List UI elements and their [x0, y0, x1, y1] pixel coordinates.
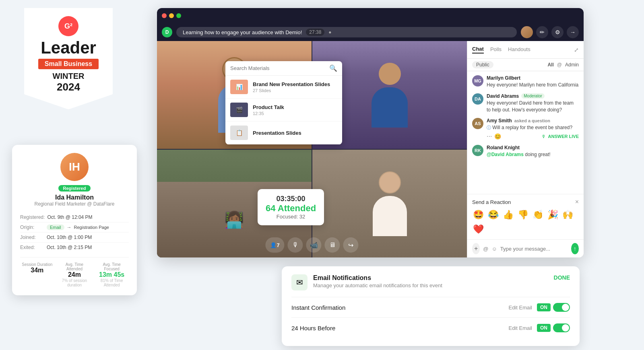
- toggle-24h: ON: [537, 323, 570, 332]
- reaction-header: Send a Reaction ×: [472, 198, 579, 206]
- chat-tabs: Chat Polls Handouts ⤢: [467, 41, 584, 59]
- stats-focused: Focused: 32: [266, 214, 316, 220]
- email-text: Email Notifications Manage your automati…: [313, 274, 442, 288]
- emoji-btn-3[interactable]: 👍: [502, 209, 514, 221]
- origin-email-tag: Email: [47, 224, 64, 230]
- material-name-2: Product Talk: [253, 104, 337, 110]
- toggle-knob-instant: [562, 304, 569, 311]
- chat-msg-text-3: ⓘ Will a replay for the event be shared?: [487, 124, 579, 131]
- emoji-btn-7[interactable]: 🙌: [561, 209, 574, 221]
- screen-share-button[interactable]: 🖥: [325, 237, 340, 253]
- profile-label-origin: Origin:: [20, 224, 44, 230]
- expand-icon[interactable]: ⤢: [574, 47, 579, 53]
- profile-row-origin: Origin: Email → Registration Page: [20, 222, 129, 233]
- chat-message-2: DA David Abrams Moderator Hey everyone! …: [472, 93, 579, 113]
- profile-label-exited: Exited:: [20, 245, 44, 250]
- chat-send-button[interactable]: ↑: [571, 243, 579, 254]
- materials-search-input[interactable]: [230, 65, 326, 71]
- participant-icon: 👤: [270, 242, 277, 248]
- reaction-close-button[interactable]: ×: [575, 198, 579, 206]
- filter-all[interactable]: All: [547, 62, 553, 68]
- email-icon: ✉: [291, 274, 308, 290]
- profile-avatar-container: IH Registered Ida Hamilton Regional Fiel…: [20, 153, 129, 207]
- more-options-button[interactable]: ↪: [343, 237, 359, 253]
- mic-button[interactable]: 🎙: [288, 237, 303, 253]
- profile-card: IH Registered Ida Hamilton Regional Fiel…: [12, 145, 137, 295]
- webinar-title-text: Learning how to engage your audience wit…: [183, 29, 302, 35]
- done-button[interactable]: DONE: [554, 274, 570, 281]
- window-titlebar: [157, 8, 584, 23]
- g2-small-business: Small Business: [38, 59, 99, 69]
- dots-icon[interactable]: ···: [487, 133, 492, 140]
- emoji-btn-4[interactable]: 👎: [517, 209, 529, 221]
- g2-year: 2024: [32, 81, 105, 93]
- topbar-icons: ✏ ⚙ →: [521, 26, 579, 38]
- emoji-btn-5[interactable]: 👏: [532, 209, 544, 221]
- chat-msg-content-3: Amy Smith asked a question ⓘ Will a repl…: [487, 118, 579, 140]
- emoji-icon[interactable]: 😊: [494, 133, 501, 140]
- emoji-btn-6[interactable]: 🎉: [547, 209, 559, 221]
- instant-confirmation-label: Instant Confirmation: [291, 304, 508, 311]
- chat-sidebar: Chat Polls Handouts ⤢ Public All @ Admin…: [467, 41, 584, 257]
- chat-reply-actions: ··· 😊 🎙 ANSWER LIVE: [487, 133, 579, 140]
- email-title: Email Notifications: [313, 274, 442, 282]
- close-traffic-light[interactable]: [162, 13, 167, 18]
- asked-question-tag: asked a question: [514, 118, 550, 123]
- profile-row-registered: Registered: Oct. 9th @ 12:04 PM: [20, 212, 129, 222]
- chat-msg-content-1: Marilyn Gilbert Hey everyone! Marilyn he…: [487, 75, 579, 89]
- chat-messages: MG Marilyn Gilbert Hey everyone! Marilyn…: [467, 71, 584, 194]
- email-subtitle: Manage your automatic email notification…: [313, 282, 442, 288]
- moderator-badge: Moderator: [521, 93, 545, 99]
- material-thumb-1: 📊: [230, 80, 248, 94]
- exit-icon[interactable]: →: [567, 26, 579, 38]
- filter-public[interactable]: Public: [472, 61, 493, 68]
- reaction-title: Send a Reaction: [472, 199, 511, 205]
- chat-input-area: + @ ☺ ↑: [467, 239, 584, 257]
- toggle-label-instant: ON: [537, 303, 551, 311]
- profile-row-exited: Exited: Oct. 10th @ 2:15 PM: [20, 243, 129, 252]
- edit-email-instant-button[interactable]: Edit Email: [508, 305, 532, 311]
- tab-chat[interactable]: Chat: [472, 46, 484, 54]
- stat-label-focused: Avg. Time Focused: [95, 262, 129, 271]
- emoji-btn-2[interactable]: 😂: [487, 209, 500, 221]
- chat-msg-name-4: Roland Knight: [487, 145, 579, 150]
- stat-sub-focused: 81% of Time Attended: [95, 278, 129, 287]
- mic-small-icon: 🎙: [541, 134, 546, 139]
- material-name-1: Brand New Presentation Slides: [253, 81, 337, 87]
- settings-icon[interactable]: ⚙: [551, 26, 564, 38]
- chat-msg-name-1: Marilyn Gilbert: [487, 75, 579, 81]
- edit-email-24h-button[interactable]: Edit Email: [508, 325, 532, 331]
- material-item-2[interactable]: 🎬 Product Talk 12:35: [225, 99, 342, 121]
- maximize-traffic-light[interactable]: [176, 13, 181, 18]
- chat-input[interactable]: [500, 246, 568, 252]
- chat-avatar-2: DA: [472, 93, 483, 105]
- emoji-btn-8[interactable]: ❤️: [472, 223, 485, 235]
- filter-admin[interactable]: Admin: [565, 62, 579, 68]
- minimize-traffic-light[interactable]: [169, 13, 174, 18]
- webinar-title-bar: Learning how to engage your audience wit…: [176, 27, 517, 37]
- webinar-timer: 27:38: [306, 29, 324, 36]
- tab-handouts[interactable]: Handouts: [508, 46, 530, 53]
- profile-name: Ida Hamilton: [20, 194, 129, 201]
- profile-stats: Session Duration 34m Avg. Time Attended …: [20, 257, 129, 287]
- stat-session-duration: Session Duration 34m: [20, 262, 54, 287]
- emoji-btn-1[interactable]: 🤩: [472, 209, 485, 221]
- g2-winter: WINTER: [32, 72, 105, 81]
- email-row-instant: Instant Confirmation Edit Email ON: [291, 297, 570, 317]
- material-item-3[interactable]: 📋 Presentation Slides: [225, 121, 342, 144]
- search-icon: 🔍: [329, 64, 337, 72]
- stat-value-focused: 13m 45s: [95, 271, 129, 278]
- toggle-switch-instant[interactable]: [553, 303, 570, 312]
- broadcast-indicator: ●: [328, 29, 331, 35]
- profile-row-joined: Joined: Oct. 10th @ 1:00 PM: [20, 233, 129, 243]
- participant-count: 👤 7: [265, 237, 284, 253]
- material-info-1: Brand New Presentation Slides 27 Slides: [253, 81, 337, 93]
- chat-add-button[interactable]: +: [472, 243, 480, 254]
- chat-msg-text-4: @David Abrams doing great!: [487, 151, 579, 158]
- material-item-1[interactable]: 📊 Brand New Presentation Slides 27 Slide…: [225, 76, 342, 99]
- answer-live-button[interactable]: ANSWER LIVE: [548, 134, 579, 139]
- tab-polls[interactable]: Polls: [490, 46, 502, 53]
- edit-icon[interactable]: ✏: [536, 26, 548, 38]
- camera-button[interactable]: 📹: [306, 237, 322, 253]
- toggle-switch-24h[interactable]: [553, 323, 570, 332]
